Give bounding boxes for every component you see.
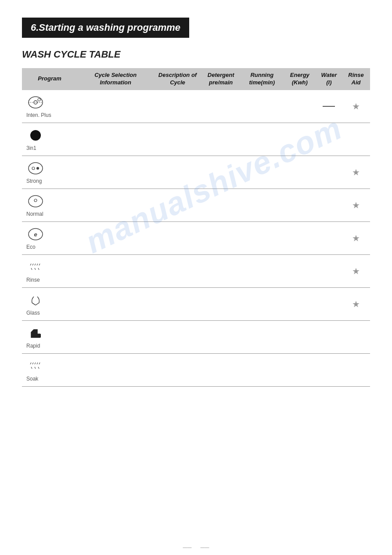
svg-line-29 [38, 367, 39, 369]
svg-line-13 [32, 264, 33, 265]
table-row: Rapid [22, 320, 370, 353]
row-rapid-water [316, 320, 342, 353]
svg-line-12 [30, 264, 31, 265]
row-inten-plus-water [316, 90, 342, 123]
row-soak-col-4 [201, 353, 241, 386]
eco-label: Eco [26, 244, 36, 250]
row-glass-water [316, 287, 342, 320]
row-eco-water [316, 221, 342, 254]
svg-point-5 [29, 163, 43, 174]
svg-point-3 [38, 98, 40, 101]
rinse-label: Rinse [26, 277, 40, 283]
section-title: 6.Starting a washing programme [31, 22, 180, 33]
row-3in1-col-5 [241, 123, 284, 156]
col-cycle-selection: Cycle Selection Information [77, 68, 154, 90]
row-normal-col-4 [201, 189, 241, 221]
table-row: e Eco★ [22, 221, 370, 254]
row-eco-col-6 [284, 221, 316, 254]
col-energy: Energy (Kwh) [284, 68, 316, 90]
table-row: Strong★ [22, 156, 370, 189]
row-strong-col-3 [154, 156, 201, 189]
col-running-time: Running time(min) [241, 68, 284, 90]
program-cell-inten-plus: Inten. Plus [22, 90, 77, 123]
svg-line-14 [35, 264, 36, 265]
row-rinse-col-6 [284, 254, 316, 287]
row-rinse-rinse-aid: ★ [342, 254, 370, 287]
row-inten-plus-col-5 [241, 90, 284, 123]
glass-label: Glass [26, 310, 40, 316]
table-row: Rinse★ [22, 254, 370, 287]
program-cell-glass: Glass [22, 287, 77, 320]
svg-line-24 [35, 363, 36, 364]
row-normal-rinse-aid: ★ [342, 189, 370, 221]
row-3in1-col-3 [154, 123, 201, 156]
svg-line-22 [30, 363, 31, 364]
rinse-icon [26, 259, 45, 275]
row-eco-rinse-aid: ★ [342, 221, 370, 254]
svg-point-8 [29, 196, 43, 207]
soak-label: Soak [26, 376, 38, 382]
svg-line-15 [37, 264, 38, 265]
glass-star-icon: ★ [352, 299, 360, 309]
row-normal-col-3 [154, 189, 201, 221]
row-normal-water [316, 189, 342, 221]
svg-line-18 [35, 268, 36, 270]
row-soak-col-5 [241, 353, 284, 386]
row-rinse-water [316, 254, 342, 287]
row-soak-col-3 [154, 353, 201, 386]
program-cell-rapid: Rapid [22, 320, 77, 353]
row-rinse-col-2 [77, 254, 154, 287]
inten-plus-label: Inten. Plus [26, 112, 51, 118]
row-3in1-col-4 [201, 123, 241, 156]
row-inten-plus-rinse-aid: ★ [342, 90, 370, 123]
svg-point-7 [36, 167, 39, 170]
row-rinse-col-3 [154, 254, 201, 287]
table-heading: WASH CYCLE TABLE [22, 49, 370, 60]
row-normal-col-6 [284, 189, 316, 221]
row-glass-col-5 [241, 287, 284, 320]
row-rapid-col-4 [201, 320, 241, 353]
strong-label: Strong [26, 178, 42, 184]
row-rapid-rinse-aid [342, 320, 370, 353]
program-cell-3in1: 3in1 [22, 123, 77, 156]
3in1-icon [26, 127, 45, 143]
svg-line-17 [31, 268, 32, 270]
table-header-row: Program Cycle Selection Information Desc… [22, 68, 370, 90]
row-strong-col-5 [241, 156, 284, 189]
row-strong-rinse-aid: ★ [342, 156, 370, 189]
3in1-label: 3in1 [26, 145, 36, 151]
program-cell-normal: Normal [22, 189, 77, 221]
program-cell-strong: Strong [22, 156, 77, 189]
row-glass-col-2 [77, 287, 154, 320]
row-soak-col-2 [77, 353, 154, 386]
normal-star-icon: ★ [352, 200, 360, 210]
row-soak-col-6 [284, 353, 316, 386]
normal-icon [26, 193, 45, 209]
svg-point-6 [32, 167, 35, 170]
col-rinse-aid: Rinse Aid [342, 68, 370, 90]
row-rapid-col-2 [77, 320, 154, 353]
row-glass-col-3 [154, 287, 201, 320]
table-row: Soak [22, 353, 370, 386]
row-eco-col-3 [154, 221, 201, 254]
rapid-label: Rapid [26, 343, 40, 349]
wash-cycle-table: Program Cycle Selection Information Desc… [22, 68, 370, 387]
inten-plus-icon [26, 94, 45, 110]
svg-point-9 [34, 199, 37, 202]
row-normal-col-5 [241, 189, 284, 221]
eco-star-icon: ★ [352, 233, 360, 243]
row-soak-rinse-aid [342, 353, 370, 386]
program-cell-eco: e Eco [22, 221, 77, 254]
row-rapid-col-5 [241, 320, 284, 353]
inten-plus-star-icon: ★ [352, 102, 360, 111]
col-water: Water (l) [316, 68, 342, 90]
soak-icon [26, 358, 45, 374]
svg-rect-21 [36, 334, 41, 337]
strong-icon [26, 160, 45, 176]
program-cell-rinse: Rinse [22, 254, 77, 287]
col-program: Program [22, 68, 77, 90]
svg-line-20 [32, 303, 35, 305]
svg-line-23 [32, 363, 33, 364]
row-soak-water [316, 353, 342, 386]
svg-line-25 [37, 363, 38, 364]
